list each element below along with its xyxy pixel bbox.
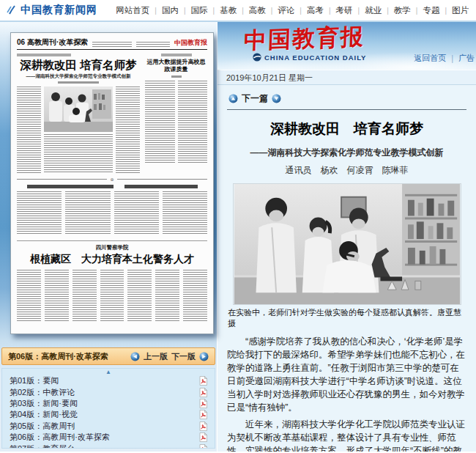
edition-item-label: 第05版：高教周刊: [10, 421, 75, 432]
pdf-icon[interactable]: [199, 376, 207, 386]
paper-masthead: 中国教育报 CHINA EDUCATION DAILY 返回首页｜广告: [217, 22, 476, 70]
nav-item-comment[interactable]: 评论: [278, 5, 294, 16]
newspaper-panel: 06 高教周刊·改革探索 中国教育报 深耕教改田 培育名师梦 ——湖南科技大学探…: [0, 22, 217, 452]
nav-separator: |: [213, 7, 215, 15]
edition-list-item[interactable]: 第03版：新闻·要闻: [2, 398, 215, 409]
newspaper-text-column: [127, 270, 152, 323]
article-title: 深耕教改田 培育名师梦: [227, 119, 466, 139]
nav-separator: |: [271, 7, 273, 15]
current-edition-label: 第06版：高教周刊·改革探索: [8, 351, 108, 362]
edition-list: ▲ 第01版：要闻 第02版：中教评论 第03版：新闻·要闻 第04版：新闻·视…: [1, 368, 215, 449]
newspaper-text-column: [114, 191, 159, 235]
newspaper-subheadline-placeholder: [27, 185, 114, 188]
newspaper-side-headline: 运用大数据提升高校思政课质量: [145, 59, 207, 74]
site-logo[interactable]: 中国教育新闻网: [6, 4, 97, 17]
edition-list-item[interactable]: 第06版：高教周刊·改革探索: [2, 432, 215, 443]
article-subtitle: ——湖南科技大学探索化学师范专业教学模式创新: [227, 147, 466, 159]
newspaper-text-column: [17, 86, 41, 173]
nav-item-pictures[interactable]: 图片: [452, 5, 469, 16]
newspaper-text-column: [65, 191, 110, 235]
newspaper-mid-section: ⊕: [17, 177, 207, 235]
newspaper-page-thumbnail[interactable]: 06 高教周刊·改革探索 中国教育报 深耕教改田 培育名师梦 ——湖南科技大学探…: [10, 32, 214, 334]
scroll-up-icon[interactable]: ▲: [2, 369, 215, 375]
article-photo: [233, 183, 461, 305]
newspaper-lead-article: 深耕教改田 培育名师梦 ——湖南科技大学探索化学师范专业教学模式创新: [17, 53, 140, 173]
paper-logo: 中国教育报: [243, 22, 365, 56]
edition-item-label: 第02版：中教评论: [10, 387, 75, 398]
pdf-icon[interactable]: [199, 432, 207, 442]
pdf-icon[interactable]: [199, 399, 207, 408]
photo-caption: 在实验中，老师们针对学生做实验的每个疑惑都认真解答。唐亚慧 摄: [228, 307, 466, 329]
newspaper-edition-label: 06 高教周刊·改革探索: [17, 37, 88, 48]
newspaper-bottom-kicker: 四川警察学院: [17, 244, 207, 251]
newspaper-lab-photo: [44, 86, 113, 132]
newspaper-bottom-article: 四川警察学院 根植藏区 大力培育本土化警务人才: [17, 240, 207, 323]
site-topnav: 中国教育新闻网 网站首页| 国内| 国际| 基教| 高教| 评论| 高考| 考研…: [0, 0, 476, 22]
newspaper-byline-placeholder: [58, 81, 99, 84]
divider-line: [227, 109, 466, 110]
edition-list-item[interactable]: 第07版：教育展台: [2, 443, 215, 449]
nav-item-jobs[interactable]: 就业: [365, 5, 382, 16]
newspaper-text-column: [100, 270, 124, 323]
pdf-icon[interactable]: [199, 410, 207, 419]
edition-item-label: 第03版：新闻·要闻: [10, 398, 78, 409]
newspaper-text-column: [178, 81, 208, 163]
newspaper-text-column: [116, 86, 140, 173]
prev-edition-icon[interactable]: [130, 352, 140, 361]
back-home-link[interactable]: 返回首页: [414, 54, 446, 62]
edition-bar: 第06版：高教周刊·改革探索 上一版 下一版: [1, 347, 215, 365]
nav-separator: |: [155, 7, 157, 15]
next-article-button[interactable]: 下一篇: [242, 92, 268, 105]
prev-edition-button[interactable]: 上一版: [144, 351, 168, 362]
newspaper-header-textlines: [92, 42, 132, 47]
newspaper-header-textlines: [136, 42, 170, 47]
nav-item-higher-edu[interactable]: 高教: [249, 5, 266, 16]
nav-separator: |: [329, 7, 331, 15]
nav-item-international[interactable]: 国际: [191, 5, 208, 16]
edition-list-item[interactable]: 第02版：中教评论: [2, 386, 215, 397]
nav-separator: |: [416, 7, 418, 15]
next-article-icon[interactable]: [272, 94, 281, 103]
nav-item-kaoyan[interactable]: 考研: [336, 5, 353, 16]
nav-item-gaokao[interactable]: 高考: [307, 5, 324, 16]
newspaper-text-column: [72, 270, 97, 323]
edition-item-label: 第04版：新闻·视觉: [10, 409, 78, 420]
pdf-icon[interactable]: [199, 444, 207, 449]
prev-article-icon[interactable]: [228, 94, 238, 103]
site-logo-icon: [6, 4, 18, 16]
nav-separator: |: [387, 7, 389, 15]
edition-list-item[interactable]: 第05版：高教周刊: [2, 421, 215, 432]
nav-item-home[interactable]: 网站首页: [116, 5, 149, 16]
nav-separator: |: [445, 7, 447, 15]
nav-item-teaching[interactable]: 教学: [394, 5, 411, 16]
site-nav-items: 网站首页| 国内| 国际| 基教| 高教| 评论| 高考| 考研| 就业| 教学…: [116, 5, 469, 16]
next-edition-button[interactable]: 下一版: [171, 351, 196, 362]
newspaper-section-ornament: ⊕: [110, 177, 114, 182]
nav-separator: |: [358, 7, 360, 15]
article-byline: 通讯员 杨欢 何凌霄 陈琳菲: [227, 164, 466, 177]
edition-item-label: 第07版：教育展台: [10, 443, 75, 449]
nav-item-special[interactable]: 专题: [423, 5, 439, 16]
next-edition-icon[interactable]: [199, 352, 209, 361]
pdf-icon[interactable]: [199, 421, 207, 431]
ad-link[interactable]: 广告: [458, 54, 475, 62]
nav-item-basic-edu[interactable]: 基教: [220, 5, 237, 16]
newspaper-subheadline-placeholder: [124, 185, 198, 188]
newspaper-text-column: [183, 270, 207, 323]
nav-separator: |: [184, 7, 186, 15]
nav-item-domestic[interactable]: 国内: [162, 5, 179, 16]
edition-item-label: 第06版：高教周刊·改革探索: [10, 432, 110, 443]
edition-list-item[interactable]: 第04版：新闻·视觉: [2, 409, 215, 420]
article-nav-top: 下一篇: [227, 89, 466, 109]
newspaper-text-column: [45, 270, 69, 323]
edition-item-label: 第01版：要闻: [10, 375, 59, 386]
date-bar: 2019年10月21日 星期一: [217, 70, 476, 85]
article-paragraph: “感谢学院培养了我从教的信心和决心，‘化学老师’是学院给我打下的最深烙印。希望学…: [227, 335, 466, 414]
pdf-icon[interactable]: [199, 388, 207, 397]
newspaper-text-column: [145, 81, 175, 163]
newspaper-byline-placeholder: [171, 76, 182, 78]
site-logo-text: 中国教育新闻网: [21, 4, 97, 17]
newspaper-edition-header: 06 高教周刊·改革探索 中国教育报: [17, 37, 207, 50]
newspaper-text-column: [17, 270, 41, 323]
edition-list-item[interactable]: 第01版：要闻: [2, 375, 215, 386]
